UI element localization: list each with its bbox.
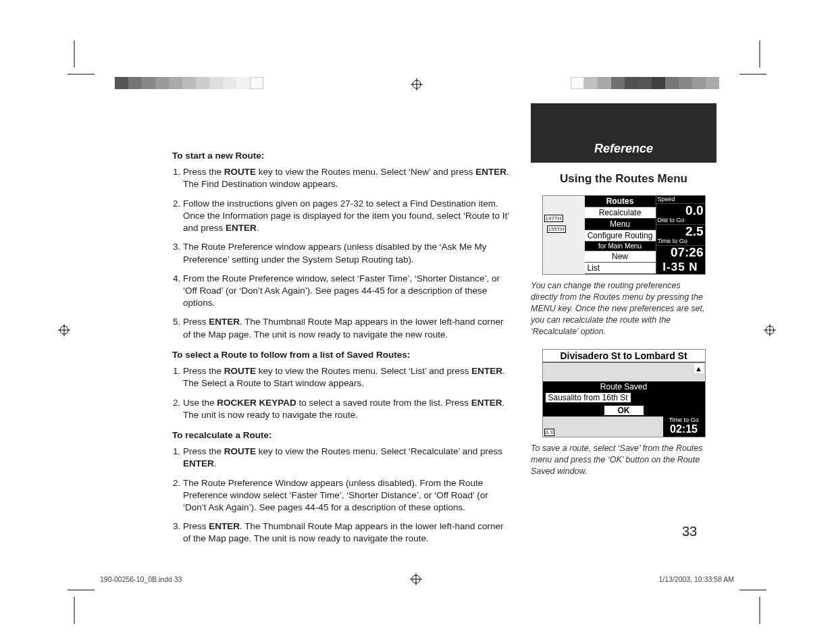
steps-start-route: Press the ROUTE key to view the Routes m… bbox=[172, 166, 510, 341]
dist-value: 2.5 bbox=[656, 225, 705, 238]
step: Press the ROUTE key to view the Routes m… bbox=[183, 365, 510, 390]
crop-mark-icon bbox=[739, 583, 780, 624]
heading-select-route: To select a Route to follow from a list … bbox=[172, 349, 510, 361]
dist-label: Dist to Go bbox=[658, 217, 685, 223]
main-content: To start a new Route: Press the ROUTE ke… bbox=[172, 150, 510, 554]
steps-select-route: Press the ROUTE key to view the Routes m… bbox=[172, 365, 510, 421]
registration-mark-icon bbox=[58, 324, 70, 336]
map-strip: ▲ bbox=[543, 363, 705, 381]
step: The Route Preference Window appears (unl… bbox=[183, 477, 510, 514]
reference-subtitle: Using the Routes Menu bbox=[531, 172, 716, 186]
ok-button: OK bbox=[604, 406, 644, 415]
street-label: 147TH bbox=[544, 215, 563, 222]
crop-mark-icon bbox=[739, 41, 780, 81]
step: The Route Preference window appears (unl… bbox=[183, 241, 510, 265]
step: From the Route Preference window, select… bbox=[183, 273, 510, 310]
steps-recalc-route: Press the ROUTE key to view the Routes m… bbox=[172, 446, 510, 545]
screenshot-caption: You can change the routing preferences d… bbox=[531, 280, 706, 337]
stats-panel: Speed 0.0 Dist to Go 2.5 Time to Go 07:2… bbox=[656, 196, 705, 274]
manual-page: To start a new Route: Press the ROUTE ke… bbox=[0, 0, 834, 644]
route-saved-row: Route Saved bbox=[543, 381, 705, 392]
menu-menu: Menu bbox=[585, 219, 656, 230]
heading-start-route: To start a new Route: bbox=[172, 150, 510, 162]
menu-configure: Configure Routing bbox=[585, 230, 656, 242]
registration-mark-icon bbox=[411, 78, 423, 90]
street-label: 155TH bbox=[547, 225, 566, 233]
reference-sidebar: Reference Using the Routes Menu 147TH 15… bbox=[531, 103, 716, 489]
route-title: Divisadero St to Lombard St bbox=[543, 350, 705, 363]
color-bar-icon bbox=[571, 77, 719, 89]
device-screenshot-route-saved: Divisadero St to Lombard St ▲ Route Save… bbox=[542, 349, 706, 437]
registration-mark-icon bbox=[410, 573, 422, 585]
step: Press ENTER. The Thumbnail Route Map app… bbox=[183, 520, 510, 545]
heading-recalc-route: To recalculate a Route: bbox=[172, 429, 510, 441]
menu-mainmenu: for Main Menu bbox=[585, 242, 656, 251]
menu-panel: Routes Recalculate Menu Configure Routin… bbox=[585, 196, 656, 274]
step: Press the ROUTE key to view the Routes m… bbox=[183, 446, 510, 470]
step: Press ENTER. The Thumbnail Route Map app… bbox=[183, 316, 510, 340]
route-from-row: Sausalito from 16th St bbox=[543, 392, 705, 403]
menu-recalculate: Recalculate bbox=[585, 207, 656, 219]
reference-header: Reference bbox=[531, 103, 716, 163]
highway-label: I-35 N bbox=[656, 260, 705, 274]
menu-new: New bbox=[585, 251, 656, 263]
time-value: 07:26 bbox=[656, 246, 705, 259]
color-bar-icon bbox=[115, 77, 263, 89]
step: Use the ROCKER KEYPAD to select a saved … bbox=[183, 397, 510, 421]
time-to-go-label: Time to Go bbox=[663, 417, 705, 423]
arrow-icon: ▲ bbox=[694, 364, 704, 373]
step: Press the ROUTE key to view the Routes m… bbox=[183, 166, 510, 190]
footer-filename: 190-00256-10_0B.indd 33 bbox=[100, 575, 182, 583]
speed-value: 0.0 bbox=[656, 204, 705, 217]
ok-row: OK bbox=[543, 403, 705, 417]
menu-list: List bbox=[585, 263, 656, 274]
step: Follow the instructions given on pages 2… bbox=[183, 198, 510, 235]
dist-badge: 0.3 bbox=[544, 429, 554, 436]
screenshot-caption: To save a route, select ‘Save’ from the … bbox=[531, 443, 706, 477]
crop-mark-icon bbox=[54, 41, 95, 81]
registration-mark-icon bbox=[764, 324, 776, 336]
menu-title: Routes bbox=[585, 196, 656, 207]
footer-timestamp: 1/13/2003, 10:33:58 AM bbox=[658, 575, 734, 583]
speed-label: Speed bbox=[658, 196, 675, 203]
time-panel: Time to Go 02:15 bbox=[663, 417, 705, 437]
time-to-go-value: 02:15 bbox=[663, 423, 705, 435]
map-thumbnail: 0.3 bbox=[543, 417, 663, 437]
device-screenshot-routes-menu: 147TH 155TH Routes Recalculate Menu Conf… bbox=[542, 195, 706, 275]
page-number: 33 bbox=[682, 524, 697, 539]
crop-mark-icon bbox=[54, 583, 95, 624]
time-label: Time to Go bbox=[658, 238, 687, 244]
